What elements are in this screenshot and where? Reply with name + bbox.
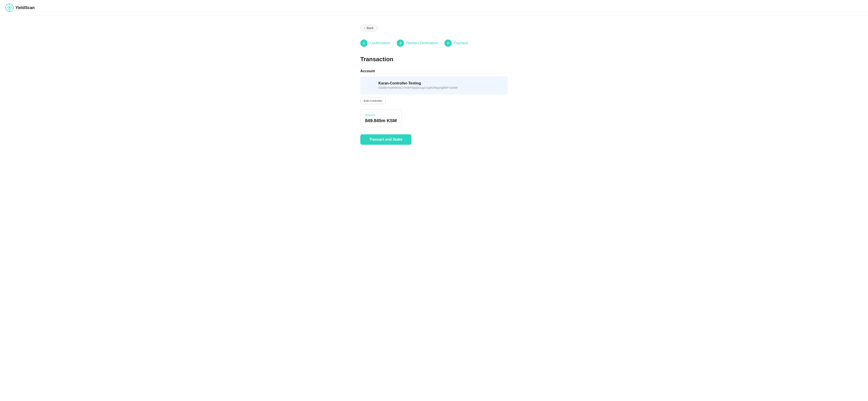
svg-point-17	[368, 85, 370, 86]
svg-point-5	[365, 80, 375, 90]
step-3-circle: 3	[444, 39, 452, 47]
svg-point-6	[369, 82, 371, 83]
step-arrow-2: ›	[440, 41, 442, 45]
account-card: Karan-Controller-Testing 5Ck8EnYyWH8XbCV…	[360, 76, 508, 94]
account-address: 5Ck8EnYyWH8XbCV7nWFhjsQku1ypU7g4h3NfpyHg…	[378, 86, 458, 90]
step-1: 1 Confirmation	[360, 39, 391, 47]
logo-icon	[5, 4, 13, 12]
back-button-label: Back	[367, 26, 374, 30]
svg-point-11	[367, 87, 369, 88]
back-button[interactable]: ‹ Back	[360, 25, 377, 31]
account-section: Account Karan-Controller-Testin	[360, 69, 508, 109]
svg-point-16	[369, 86, 370, 87]
svg-point-12	[366, 85, 368, 86]
svg-point-9	[371, 87, 372, 88]
svg-point-14	[369, 84, 370, 85]
svg-point-8	[372, 85, 373, 86]
logo: YieldScan	[5, 4, 35, 12]
edit-controller-button[interactable]: Edit Controller	[360, 98, 385, 104]
back-arrow-icon: ‹	[364, 26, 365, 30]
step-2-circle: 2	[397, 39, 404, 47]
svg-point-7	[371, 83, 372, 84]
amount-box: Amount 849.845m KSM	[360, 109, 401, 127]
svg-point-15	[370, 85, 371, 86]
step-2-label: Reward Destination	[406, 41, 438, 45]
step-2: 2 Reward Destination	[397, 39, 438, 47]
step-arrow-1: ›	[393, 41, 394, 45]
amount-value: 849.845m KSM	[365, 118, 397, 123]
step-3-label: Payment	[454, 41, 468, 45]
svg-point-4	[9, 7, 10, 8]
account-section-label: Account	[360, 69, 508, 73]
transact-and-stake-button[interactable]: Transact and Stake	[360, 134, 411, 145]
page-title: Transaction	[360, 56, 508, 63]
app-header: YieldScan	[0, 0, 868, 15]
account-avatar	[365, 80, 375, 90]
main-content: ‹ Back 1 Confirmation › 2 Reward Destina…	[355, 15, 513, 154]
svg-point-13	[367, 83, 369, 84]
step-1-label: Confirmation	[370, 41, 391, 45]
svg-point-10	[369, 88, 371, 89]
stepper: 1 Confirmation › 2 Reward Destination › …	[360, 39, 508, 47]
account-info: Karan-Controller-Testing 5Ck8EnYyWH8XbCV…	[378, 81, 458, 90]
step-3: 3 Payment	[444, 39, 468, 47]
step-1-circle: 1	[360, 39, 368, 47]
account-name: Karan-Controller-Testing	[378, 81, 458, 85]
logo-text: YieldScan	[16, 5, 35, 10]
transact-button-container: Transact and Stake	[360, 134, 508, 145]
amount-label: Amount	[365, 113, 397, 117]
